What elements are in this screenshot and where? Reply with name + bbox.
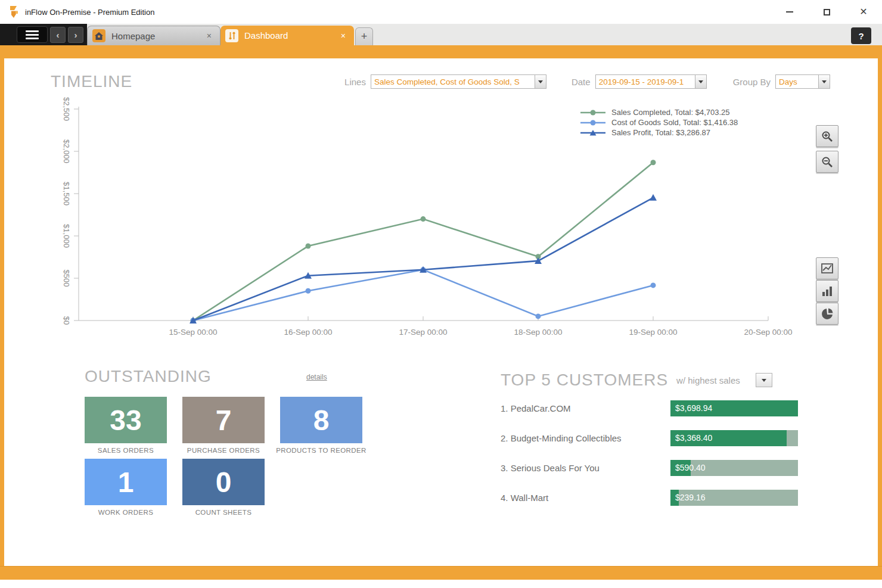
lines-dropdown[interactable]: Sales Completed, Cost of Goods Sold, S [371, 74, 546, 89]
groupby-dropdown[interactable]: Days [775, 74, 830, 89]
close-icon: ✕ [859, 7, 867, 17]
zoom-in-icon [821, 130, 834, 143]
lines-label: Lines [344, 77, 366, 87]
zoom-in-button[interactable] [816, 125, 838, 147]
date-label: Date [572, 77, 591, 87]
zoom-out-button[interactable] [816, 151, 838, 173]
customer-sales-value: $3,698.94 [675, 403, 712, 413]
legend-item: Cost of Goods Sold, Total: $1,416.38 [579, 117, 738, 127]
zoom-out-icon [821, 155, 834, 169]
tile-count: 33 [110, 404, 141, 437]
new-tab-button[interactable]: + [355, 27, 373, 45]
y-axis-label: $2,000 [62, 139, 71, 163]
customer-sales-value: $239.16 [675, 493, 706, 502]
tab-dashboard-close-icon[interactable]: × [338, 31, 348, 41]
hamburger-icon [26, 30, 39, 32]
pie-chart-icon [821, 307, 834, 321]
x-axis-label: 15-Sep 00:00 [169, 328, 217, 337]
tile-sales-orders: 33 SALES ORDERS [85, 397, 167, 454]
tile-button[interactable]: 8 [280, 397, 362, 443]
x-axis-label: 17-Sep 00:00 [399, 328, 447, 337]
line-chart-type-button[interactable] [816, 257, 838, 279]
bar-chart-icon [821, 285, 833, 297]
top-customers-title: TOP 5 CUSTOMERS [501, 371, 668, 390]
top-customers-list: 1. PedalCar.COM $3,698.94 2. Budget-Mind… [501, 393, 834, 512]
legend-label: Sales Profit, Total: $3,286.87 [611, 128, 710, 137]
timeline-chart-canvas: $0$500$1,000$1,500$2,000$2,50015-Sep 00:… [4, 94, 878, 344]
legend-marker-icon [579, 119, 607, 126]
tab-dashboard[interactable]: Dashboard × [220, 26, 354, 45]
tile-button[interactable]: 7 [182, 397, 265, 443]
customer-name: 4. Wall-Mart [501, 493, 670, 503]
tile-count: 0 [216, 466, 232, 499]
customers-filter-dropdown[interactable] [756, 373, 772, 387]
chevron-down-icon[interactable] [535, 75, 546, 88]
home-icon [92, 29, 105, 42]
y-axis-label: $500 [62, 270, 71, 287]
timeline-title: TIMELINE [51, 72, 132, 91]
pie-chart-type-button[interactable] [816, 303, 838, 325]
data-point-marker [421, 216, 426, 222]
customer-sales-bar: $590.40 [670, 460, 798, 476]
x-axis-label: 16-Sep 00:00 [284, 328, 332, 337]
nav-section: ‹ › [0, 24, 87, 45]
legend-item: Sales Profit, Total: $3,286.87 [579, 127, 738, 138]
timeline-header: TIMELINE Lines Sales Completed, Cost of … [4, 58, 878, 94]
legend-marker-icon [579, 129, 607, 136]
tile-button[interactable]: 33 [85, 397, 167, 443]
tile-work-orders: 1 WORK ORDERS [85, 459, 167, 516]
main-menu-button[interactable] [17, 26, 48, 43]
legend-item: Sales Completed, Total: $4,703.25 [579, 107, 738, 117]
data-point-marker [536, 313, 541, 319]
maximize-button[interactable] [808, 0, 845, 24]
details-link[interactable]: details [306, 373, 327, 381]
line-chart-icon [821, 263, 834, 275]
dashboard-content: TIMELINE Lines Sales Completed, Cost of … [0, 58, 882, 566]
data-point-marker [650, 194, 657, 201]
customer-sales-bar: $239.16 [670, 490, 798, 506]
customer-row: 3. Serious Deals For You $590.40 [501, 453, 834, 483]
maximize-icon [824, 9, 830, 15]
title-bar: inFlow On-Premise - Premium Edition ✕ [0, 0, 882, 24]
y-axis-label: $2,500 [62, 97, 71, 121]
tile-label: WORK ORDERS [98, 509, 154, 516]
chevron-down-icon[interactable] [818, 75, 830, 88]
customer-row: 4. Wall-Mart $239.16 [501, 483, 834, 512]
top-customers-section: TOP 5 CUSTOMERS w/ highest sales 1. Peda… [501, 367, 834, 512]
bottom-section: OUTSTANDING details 33 SALES ORDERS 7 PU… [4, 344, 878, 566]
forward-button[interactable]: › [68, 27, 83, 43]
customer-name: 3. Serious Deals For You [501, 463, 670, 473]
customer-sales-value: $3,368.40 [675, 433, 712, 443]
tile-button[interactable]: 0 [182, 459, 265, 505]
window-title: inFlow On-Premise - Premium Edition [25, 8, 771, 17]
bar-chart-type-button[interactable] [816, 280, 838, 302]
tile-label: SALES ORDERS [98, 447, 154, 454]
customer-sales-value: $590.40 [675, 463, 706, 472]
tile-label: COUNT SHEETS [195, 509, 252, 516]
chart-legend: Sales Completed, Total: $4,703.25 Cost o… [579, 107, 738, 138]
help-button[interactable]: ? [851, 27, 871, 44]
chevron-down-icon [762, 379, 766, 382]
orange-band-bottom [0, 566, 882, 580]
chevron-down-icon[interactable] [695, 75, 706, 88]
close-button[interactable]: ✕ [845, 0, 882, 24]
tile-button[interactable]: 1 [85, 459, 167, 505]
y-axis-label: $1,000 [62, 224, 71, 248]
date-dropdown-value: 2019-09-15 - 2019-09-1 [596, 75, 695, 88]
customer-name: 2. Budget-Minding Collectibles [501, 433, 670, 443]
inflow-logo-icon [8, 5, 20, 18]
outstanding-section: OUTSTANDING details 33 SALES ORDERS 7 PU… [85, 367, 442, 516]
tab-homepage-close-icon[interactable]: × [204, 31, 214, 41]
tab-homepage[interactable]: Homepage × [87, 26, 220, 45]
back-button[interactable]: ‹ [50, 27, 66, 43]
series-line-sales-completed [193, 163, 653, 321]
x-axis-label: 18-Sep 00:00 [514, 328, 562, 337]
data-point-marker [651, 160, 656, 165]
data-point-marker [306, 288, 311, 294]
minimize-button[interactable] [771, 0, 808, 24]
customer-row: 2. Budget-Minding Collectibles $3,368.40 [501, 423, 834, 453]
customer-sales-bar: $3,368.40 [670, 430, 798, 446]
outstanding-tiles: 33 SALES ORDERS 7 PURCHASE ORDERS 8 PROD… [85, 397, 442, 516]
legend-marker-icon [579, 109, 607, 116]
date-dropdown[interactable]: 2019-09-15 - 2019-09-1 [595, 74, 707, 89]
